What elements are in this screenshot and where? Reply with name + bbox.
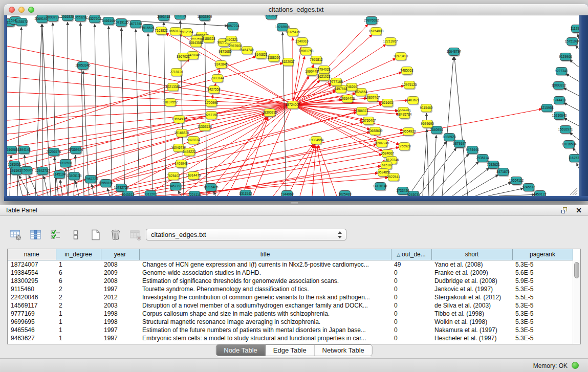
graph-node[interactable]: 9427552	[207, 86, 221, 95]
graph-edge[interactable]	[7, 105, 293, 106]
graph-node[interactable]: 2450122	[533, 191, 547, 196]
graph-node[interactable]: 9463627	[406, 97, 420, 105]
graph-node[interactable]: 1156869	[20, 167, 33, 176]
graph-node[interactable]: 9435572	[15, 18, 28, 27]
graph-node[interactable]: 7955812	[310, 56, 323, 65]
graph-node[interactable]: 17359924	[69, 146, 83, 155]
graph-edge[interactable]	[95, 24, 97, 196]
attribute-checklist-icon[interactable]	[49, 228, 62, 242]
graph-node[interactable]: 9777169	[330, 78, 343, 87]
graph-edge[interactable]	[7, 105, 293, 134]
graph-node[interactable]: 9312201	[144, 191, 157, 196]
graph-node[interactable]: 9097588	[59, 160, 72, 168]
graph-edge[interactable]	[136, 29, 139, 196]
graph-node[interactable]: 5878334	[187, 137, 200, 145]
graph-node[interactable]: 7857224	[226, 23, 239, 31]
graph-node[interactable]: 7163822	[155, 27, 168, 36]
graph-node[interactable]: 12975125	[402, 81, 417, 90]
graph-node[interactable]: 19654923	[401, 128, 416, 137]
new-table-icon[interactable]	[89, 228, 102, 242]
graph-node[interactable]: 15720407	[361, 117, 376, 126]
table-row[interactable]: 1938455462009Genome-wide association stu…	[8, 269, 573, 277]
table-row[interactable]: 1872400712008Changes of HCN gene express…	[8, 260, 573, 269]
column-header-title[interactable]: title	[139, 249, 391, 260]
table-row[interactable]: 946554611997Estimation of the future num…	[8, 326, 573, 334]
graph-node[interactable]: 10807467	[365, 94, 380, 103]
table-row[interactable]: 977716911998Corpus callosum shape and si…	[8, 310, 573, 318]
graph-node[interactable]: 6466160	[102, 17, 115, 26]
graph-edge[interactable]	[164, 22, 166, 196]
graph-edge[interactable]	[53, 23, 56, 196]
graph-node[interactable]: 9115460	[420, 104, 433, 113]
graph-edge[interactable]	[462, 174, 498, 196]
graph-node[interactable]: 6879197	[453, 140, 466, 149]
table-row[interactable]: 2242004622012Investigating the contribut…	[8, 293, 573, 301]
table-row[interactable]: 946362711997Embryonic stem cells: a mode…	[8, 334, 573, 342]
graph-node[interactable]: 9129966	[559, 53, 572, 62]
graph-node[interactable]: 10654112	[509, 177, 524, 186]
graph-node[interactable]: 15692971	[558, 126, 573, 135]
delete-table-icon[interactable]	[109, 228, 122, 242]
graph-node[interactable]: 14136141	[373, 183, 388, 191]
graph-node[interactable]: 7224110	[188, 191, 201, 196]
table-options-icon[interactable]	[9, 228, 23, 242]
graph-node[interactable]: 5794028	[317, 66, 331, 75]
graph-node[interactable]: 19166825	[175, 129, 189, 138]
graph-node[interactable]: 1944068	[280, 191, 294, 196]
graph-edge[interactable]	[564, 118, 579, 126]
graph-node[interactable]: 8311542	[239, 190, 252, 196]
graph-edge[interactable]	[25, 155, 28, 196]
graph-node[interactable]: 2093418	[157, 15, 170, 22]
tab-edge-table[interactable]: Edge Table	[266, 345, 315, 356]
graph-edge[interactable]	[499, 194, 535, 196]
graph-node[interactable]: 8471676	[496, 168, 510, 177]
graph-node[interactable]: 10653287	[73, 15, 88, 23]
graph-node[interactable]: 12093832	[552, 82, 567, 91]
import-table-icon[interactable]	[129, 228, 142, 242]
table-scrollbar-thumb[interactable]	[574, 262, 579, 278]
network-canvas[interactable]: 2011254162495594355722069140620937911065…	[7, 15, 579, 196]
graph-node[interactable]: 18907249	[375, 140, 389, 148]
graph-node[interactable]: 7632621	[487, 161, 500, 170]
graph-node[interactable]: 4671358	[129, 20, 142, 29]
graph-node[interactable]: 16033809	[198, 15, 212, 22]
row-selector-icon[interactable]	[69, 228, 82, 242]
table-row[interactable]: 1830029562008Estimation of significance …	[8, 277, 573, 285]
graph-node[interactable]: 1145194	[53, 171, 66, 180]
table-row[interactable]: 1456911722003Disruption of a novel membe…	[8, 301, 573, 310]
graph-node[interactable]: 7485063	[400, 67, 413, 76]
graph-edge[interactable]	[180, 20, 184, 196]
graph-node[interactable]: 1588520	[267, 54, 280, 63]
graph-node[interactable]: 2718126	[170, 69, 183, 77]
graph-node[interactable]: 8813054	[265, 15, 278, 20]
graph-node[interactable]: 621605	[382, 99, 394, 108]
graph-node[interactable]: 8186328	[202, 35, 215, 44]
graph-node[interactable]: 10719135	[114, 19, 129, 28]
graph-node[interactable]: 9875685	[219, 48, 232, 57]
column-header-year[interactable]: year	[101, 249, 139, 260]
graph-node[interactable]: 12942757	[35, 167, 50, 176]
graph-node[interactable]: 9242845	[214, 61, 228, 70]
graph-node[interactable]: 15751074	[565, 38, 579, 47]
graph-edge[interactable]	[7, 63, 283, 128]
graph-node[interactable]: 8967021	[177, 53, 190, 62]
graph-edge[interactable]	[431, 154, 469, 196]
graph-node[interactable]: 9227341	[555, 68, 568, 76]
column-header-pagerank[interactable]: pagerank	[512, 249, 573, 260]
graph-node[interactable]: 2045512	[121, 191, 135, 196]
tab-node-table[interactable]: Node Table	[216, 345, 266, 356]
window-titlebar[interactable]: citations_edges.txt	[4, 4, 588, 15]
canvas-resize-grip-icon[interactable]	[570, 188, 577, 195]
graph-edge[interactable]	[564, 103, 579, 111]
graph-edge[interactable]	[454, 57, 468, 196]
graph-node[interactable]: 1025483	[338, 191, 352, 196]
float-window-icon[interactable]	[561, 207, 569, 214]
graph-node[interactable]: 746266	[346, 83, 358, 92]
tab-network-table[interactable]: Network Table	[315, 345, 372, 356]
graph-edge[interactable]	[563, 88, 579, 96]
graph-node[interactable]: 1112954	[571, 25, 579, 34]
graph-node[interactable]: 18724007	[286, 101, 300, 110]
graph-node[interactable]: 1167533	[569, 155, 579, 163]
graph-node[interactable]: 8938923	[443, 134, 456, 142]
graph-node[interactable]: 7756928	[398, 143, 411, 151]
